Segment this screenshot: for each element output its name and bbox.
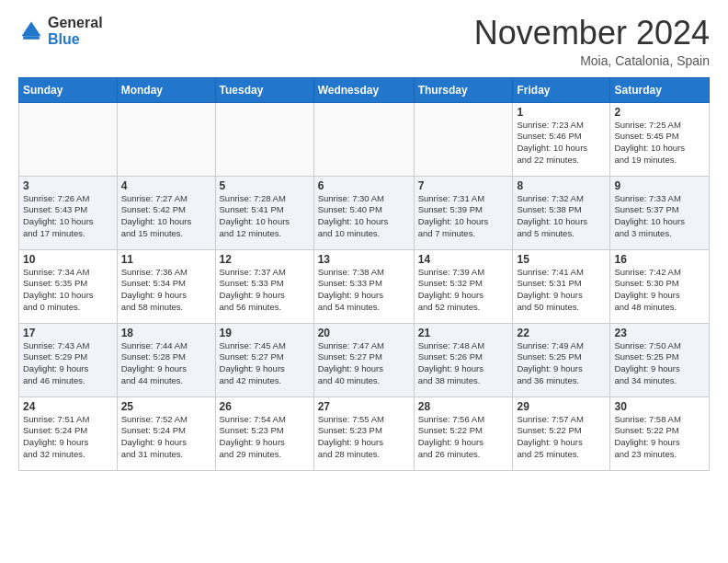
calendar-day-cell: 25Sunrise: 7:52 AM Sunset: 5:24 PM Dayli…: [117, 396, 215, 470]
calendar-day-cell: 11Sunrise: 7:36 AM Sunset: 5:34 PM Dayli…: [117, 249, 215, 323]
day-number: 6: [318, 179, 410, 192]
day-info: Sunrise: 7:30 AM Sunset: 5:40 PM Dayligh…: [318, 193, 410, 240]
calendar-header-saturday: Saturday: [610, 77, 710, 102]
day-info: Sunrise: 7:41 AM Sunset: 5:31 PM Dayligh…: [517, 267, 606, 314]
day-info: Sunrise: 7:34 AM Sunset: 5:35 PM Dayligh…: [23, 267, 113, 314]
calendar-header-wednesday: Wednesday: [313, 77, 414, 102]
calendar-day-cell: 16Sunrise: 7:42 AM Sunset: 5:30 PM Dayli…: [610, 249, 710, 323]
calendar-day-cell: [19, 102, 118, 176]
day-number: 1: [517, 106, 606, 119]
calendar-day-cell: 19Sunrise: 7:45 AM Sunset: 5:27 PM Dayli…: [215, 323, 313, 396]
day-number: 30: [614, 400, 705, 413]
logo-icon: [18, 18, 44, 44]
calendar-day-cell: [117, 102, 215, 176]
header: General Blue November 2024 Moia, Catalon…: [18, 15, 710, 68]
day-number: 22: [517, 327, 606, 339]
day-number: 16: [614, 253, 705, 266]
day-info: Sunrise: 7:44 AM Sunset: 5:28 PM Dayligh…: [121, 340, 211, 387]
day-number: 18: [121, 327, 211, 339]
calendar-header-tuesday: Tuesday: [215, 77, 313, 102]
day-number: 19: [220, 327, 310, 339]
svg-marker-1: [22, 21, 41, 36]
day-number: 7: [418, 179, 509, 192]
calendar-day-cell: 27Sunrise: 7:55 AM Sunset: 5:23 PM Dayli…: [313, 396, 414, 470]
day-info: Sunrise: 7:56 AM Sunset: 5:22 PM Dayligh…: [418, 414, 509, 461]
calendar-day-cell: 15Sunrise: 7:41 AM Sunset: 5:31 PM Dayli…: [513, 249, 610, 323]
day-info: Sunrise: 7:54 AM Sunset: 5:23 PM Dayligh…: [220, 414, 310, 461]
calendar-day-cell: 24Sunrise: 7:51 AM Sunset: 5:24 PM Dayli…: [19, 396, 118, 470]
day-info: Sunrise: 7:39 AM Sunset: 5:32 PM Dayligh…: [418, 267, 509, 314]
day-info: Sunrise: 7:32 AM Sunset: 5:38 PM Dayligh…: [517, 193, 606, 240]
day-info: Sunrise: 7:23 AM Sunset: 5:46 PM Dayligh…: [517, 120, 606, 167]
calendar-day-cell: [414, 102, 513, 176]
calendar-day-cell: 17Sunrise: 7:43 AM Sunset: 5:29 PM Dayli…: [19, 323, 118, 396]
location: Moia, Catalonia, Spain: [474, 53, 710, 68]
day-number: 8: [517, 179, 606, 192]
day-info: Sunrise: 7:51 AM Sunset: 5:24 PM Dayligh…: [23, 414, 113, 461]
day-info: Sunrise: 7:57 AM Sunset: 5:22 PM Dayligh…: [517, 414, 606, 461]
day-number: 29: [517, 400, 606, 413]
calendar-day-cell: 3Sunrise: 7:26 AM Sunset: 5:43 PM Daylig…: [19, 176, 118, 249]
logo: General Blue: [18, 15, 103, 47]
day-info: Sunrise: 7:28 AM Sunset: 5:41 PM Dayligh…: [220, 193, 310, 240]
calendar-week-row: 10Sunrise: 7:34 AM Sunset: 5:35 PM Dayli…: [19, 249, 710, 323]
calendar-week-row: 3Sunrise: 7:26 AM Sunset: 5:43 PM Daylig…: [19, 176, 710, 249]
day-info: Sunrise: 7:58 AM Sunset: 5:22 PM Dayligh…: [614, 414, 705, 461]
calendar-day-cell: 7Sunrise: 7:31 AM Sunset: 5:39 PM Daylig…: [414, 176, 513, 249]
calendar-day-cell: 20Sunrise: 7:47 AM Sunset: 5:27 PM Dayli…: [313, 323, 414, 396]
calendar-day-cell: [313, 102, 414, 176]
title-block: November 2024 Moia, Catalonia, Spain: [474, 15, 710, 68]
day-number: 11: [121, 253, 211, 266]
day-info: Sunrise: 7:31 AM Sunset: 5:39 PM Dayligh…: [418, 193, 509, 240]
day-info: Sunrise: 7:50 AM Sunset: 5:25 PM Dayligh…: [614, 340, 705, 387]
calendar-day-cell: [215, 102, 313, 176]
calendar-day-cell: 2Sunrise: 7:25 AM Sunset: 5:45 PM Daylig…: [610, 102, 710, 176]
day-info: Sunrise: 7:47 AM Sunset: 5:27 PM Dayligh…: [318, 340, 410, 387]
day-number: 27: [318, 400, 410, 413]
day-number: 5: [220, 179, 310, 192]
calendar-table: SundayMondayTuesdayWednesdayThursdayFrid…: [18, 77, 710, 471]
calendar-week-row: 24Sunrise: 7:51 AM Sunset: 5:24 PM Dayli…: [19, 396, 710, 470]
day-number: 17: [23, 327, 113, 339]
calendar-header-row: SundayMondayTuesdayWednesdayThursdayFrid…: [19, 77, 710, 102]
calendar-day-cell: 10Sunrise: 7:34 AM Sunset: 5:35 PM Dayli…: [19, 249, 118, 323]
day-number: 28: [418, 400, 509, 413]
day-number: 14: [418, 253, 509, 266]
calendar-day-cell: 5Sunrise: 7:28 AM Sunset: 5:41 PM Daylig…: [215, 176, 313, 249]
month-title: November 2024: [474, 15, 710, 52]
logo-blue: Blue: [48, 31, 103, 48]
day-number: 21: [418, 327, 509, 339]
day-number: 26: [220, 400, 310, 413]
calendar-day-cell: 21Sunrise: 7:48 AM Sunset: 5:26 PM Dayli…: [414, 323, 513, 396]
page: General Blue November 2024 Moia, Catalon…: [0, 0, 728, 563]
day-number: 4: [121, 179, 211, 192]
calendar-day-cell: 8Sunrise: 7:32 AM Sunset: 5:38 PM Daylig…: [513, 176, 610, 249]
calendar-day-cell: 28Sunrise: 7:56 AM Sunset: 5:22 PM Dayli…: [414, 396, 513, 470]
day-number: 10: [23, 253, 113, 266]
calendar-day-cell: 12Sunrise: 7:37 AM Sunset: 5:33 PM Dayli…: [215, 249, 313, 323]
calendar-day-cell: 1Sunrise: 7:23 AM Sunset: 5:46 PM Daylig…: [513, 102, 610, 176]
calendar-day-cell: 14Sunrise: 7:39 AM Sunset: 5:32 PM Dayli…: [414, 249, 513, 323]
day-info: Sunrise: 7:25 AM Sunset: 5:45 PM Dayligh…: [614, 120, 705, 167]
day-info: Sunrise: 7:52 AM Sunset: 5:24 PM Dayligh…: [121, 414, 211, 461]
day-info: Sunrise: 7:48 AM Sunset: 5:26 PM Dayligh…: [418, 340, 509, 387]
day-number: 12: [220, 253, 310, 266]
day-number: 15: [517, 253, 606, 266]
day-info: Sunrise: 7:36 AM Sunset: 5:34 PM Dayligh…: [121, 267, 211, 314]
calendar-day-cell: 30Sunrise: 7:58 AM Sunset: 5:22 PM Dayli…: [610, 396, 710, 470]
logo-text: General Blue: [48, 15, 103, 47]
calendar-day-cell: 18Sunrise: 7:44 AM Sunset: 5:28 PM Dayli…: [117, 323, 215, 396]
calendar-header-sunday: Sunday: [19, 77, 118, 102]
day-number: 23: [614, 327, 705, 339]
day-number: 13: [318, 253, 410, 266]
calendar-week-row: 1Sunrise: 7:23 AM Sunset: 5:46 PM Daylig…: [19, 102, 710, 176]
day-number: 24: [23, 400, 113, 413]
day-number: 9: [614, 179, 705, 192]
day-info: Sunrise: 7:38 AM Sunset: 5:33 PM Dayligh…: [318, 267, 410, 314]
day-info: Sunrise: 7:37 AM Sunset: 5:33 PM Dayligh…: [220, 267, 310, 314]
calendar-header-friday: Friday: [513, 77, 610, 102]
day-number: 3: [23, 179, 113, 192]
calendar-day-cell: 13Sunrise: 7:38 AM Sunset: 5:33 PM Dayli…: [313, 249, 414, 323]
logo-general: General: [48, 15, 103, 31]
day-info: Sunrise: 7:55 AM Sunset: 5:23 PM Dayligh…: [318, 414, 410, 461]
